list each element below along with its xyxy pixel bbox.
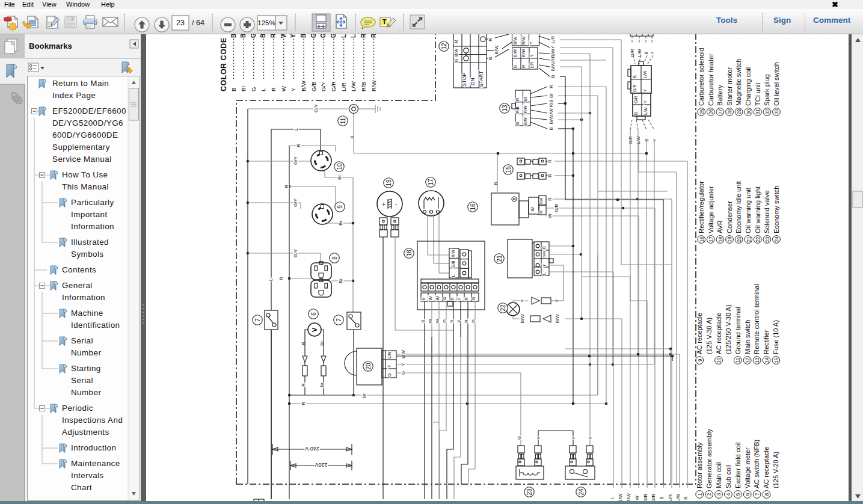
svg-text:L/R: L/R [530, 62, 534, 69]
svg-text:Serial: Serial [71, 336, 93, 345]
svg-text:18: 18 [406, 250, 413, 257]
svg-text:L: L [260, 88, 266, 91]
svg-text:Y: Y [642, 89, 648, 92]
svg-text:R/W: R/W [451, 250, 455, 258]
svg-text:Black: Black [230, 34, 237, 38]
svg-text:B/W: B/W [494, 45, 499, 55]
svg-text:W: W [547, 214, 553, 218]
svg-text:Br: Br [337, 175, 342, 180]
svg-text:/ 64: / 64 [192, 19, 204, 27]
svg-text:R: R [278, 277, 284, 280]
svg-text:Generator assembly: Generator assembly [705, 428, 713, 488]
svg-text:14: 14 [764, 357, 770, 363]
svg-text:G: G [401, 371, 406, 375]
svg-text:Voltage meter: Voltage meter [744, 447, 751, 488]
svg-text:R/W: R/W [550, 49, 556, 58]
svg-text:29: 29 [737, 109, 742, 115]
svg-text:G/R: G/R [539, 197, 543, 204]
svg-text:Adjustments: Adjustments [62, 428, 109, 437]
svg-text:G/R: G/R [643, 494, 648, 502]
svg-text:2: 2 [707, 493, 712, 496]
svg-text:(125 V-20 A): (125 V-20 A) [772, 452, 779, 488]
svg-text:Oil warning light: Oil warning light [754, 186, 761, 233]
svg-text:Br: Br [361, 393, 367, 398]
svg-text:240 V: 240 V [305, 446, 319, 452]
svg-text:Br: Br [548, 93, 554, 98]
svg-text:B/W: B/W [520, 314, 525, 324]
svg-text:R/B: R/B [360, 34, 367, 38]
svg-text:Y: Y [542, 264, 546, 267]
svg-text:Exciter field coil: Exciter field coil [734, 443, 742, 488]
svg-text:B/W: B/W [513, 49, 517, 57]
svg-text:19: 19 [727, 236, 732, 242]
svg-text:W: W [634, 496, 640, 500]
svg-text:Remote control terminal: Remote control terminal [753, 284, 760, 354]
svg-text:Br: Br [338, 278, 343, 283]
svg-text:R: R [270, 87, 277, 91]
svg-text:10: 10 [336, 163, 343, 170]
svg-text:R: R [296, 144, 301, 147]
svg-text:B/W: B/W [548, 115, 554, 124]
svg-text:4: 4 [726, 493, 731, 496]
svg-text:R: R [464, 319, 469, 323]
svg-text:15: 15 [774, 357, 779, 363]
svg-text:R: R [521, 64, 526, 68]
svg-text:17: 17 [428, 179, 434, 186]
svg-text:B: B [633, 112, 639, 115]
svg-text:24: 24 [774, 236, 779, 242]
svg-text:L: L [609, 496, 615, 499]
svg-text:G/B: G/B [310, 34, 317, 38]
svg-text:G: G [442, 319, 447, 323]
svg-text:28: 28 [727, 109, 732, 115]
svg-text:R/W: R/W [370, 34, 377, 38]
svg-text:G/R: G/R [634, 96, 638, 103]
svg-text:12: 12 [441, 43, 447, 50]
svg-text:17: 17 [708, 236, 714, 242]
svg-text:L/R: L/R [340, 82, 347, 91]
svg-text:G: G [517, 436, 522, 440]
svg-text:L/R: L/R [340, 34, 347, 38]
svg-text:DE/YG5200D/YG6: DE/YG5200D/YG6 [52, 118, 123, 128]
svg-text:Particularly: Particularly [71, 198, 114, 207]
svg-text:Information: Information [62, 293, 105, 302]
svg-text:R: R [539, 211, 543, 214]
svg-text:B: B [349, 135, 355, 138]
svg-text:Index Page: Index Page [52, 91, 96, 100]
svg-text:Rotor assembly: Rotor assembly [696, 442, 703, 488]
svg-text:24: 24 [578, 488, 585, 496]
svg-text:23: 23 [176, 19, 185, 27]
svg-text:Identification: Identification [71, 321, 120, 330]
svg-text:(125 V-30 A): (125 V-30 A) [705, 318, 713, 354]
svg-text:Condenser: Condenser [726, 201, 733, 233]
svg-text:G/R: G/R [330, 34, 337, 38]
svg-text:Y: Y [650, 51, 655, 54]
svg-text:Br: Br [523, 96, 528, 101]
svg-text:B/W: B/W [542, 250, 546, 257]
svg-text:R/W: R/W [370, 81, 377, 92]
svg-text:G/Y: G/Y [293, 156, 298, 164]
svg-text:Y: Y [387, 364, 392, 367]
svg-text:-: - [395, 200, 398, 207]
svg-text:13: 13 [755, 357, 760, 363]
svg-text:B: B [632, 75, 637, 78]
svg-text:ON: ON [470, 78, 476, 85]
svg-text:Maintenance: Maintenance [71, 459, 120, 468]
svg-text:Chart: Chart [71, 483, 92, 492]
svg-text:Symbols: Symbols [71, 250, 104, 259]
svg-text:Carburetor heater: Carburetor heater [707, 54, 714, 106]
svg-text:AC receptacle: AC receptacle [696, 313, 703, 354]
svg-text:11: 11 [736, 357, 741, 363]
svg-text:R: R [301, 383, 306, 387]
svg-text:125%: 125% [257, 19, 275, 26]
svg-text:Sub coil: Sub coil [725, 465, 732, 488]
svg-text:Main coil: Main coil [715, 463, 722, 488]
svg-text:+: + [382, 201, 385, 207]
svg-text:R/W: R/W [523, 105, 527, 114]
svg-text:10: 10 [716, 357, 722, 363]
svg-text:Number: Number [71, 348, 101, 357]
svg-text:20: 20 [365, 363, 372, 370]
svg-text:G: G [387, 373, 392, 377]
svg-text:G: G [250, 87, 257, 91]
svg-text:600D/YG6600DE: 600D/YG6600DE [52, 131, 118, 140]
svg-text:R: R [548, 85, 554, 88]
